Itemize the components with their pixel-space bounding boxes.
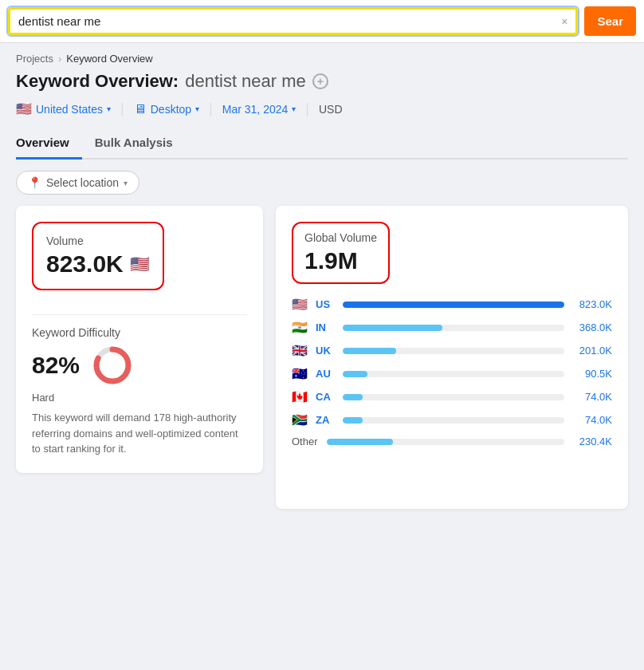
location-label: Select location (46, 176, 119, 189)
page-title-prefix: Keyword Overview: (16, 71, 179, 92)
kd-label: Keyword Difficulty (32, 326, 247, 339)
country-row: 🇺🇸 US 823.0K (292, 297, 612, 312)
country-row: 🇬🇧 UK 201.0K (292, 343, 612, 358)
country-flag: 🇬🇧 (292, 343, 309, 358)
country-volume: 201.0K (571, 345, 612, 357)
location-selector[interactable]: 📍 Select location ▾ (16, 171, 139, 195)
country-bar-track (343, 325, 564, 331)
breadcrumb: Projects › Keyword Overview (16, 43, 628, 71)
country-flag: 🇮🇳 (292, 320, 309, 335)
volume-flag: 🇺🇸 (130, 254, 150, 274)
country-code: AU (316, 368, 336, 380)
tabs-row: Overview Bulk Analysis (16, 129, 628, 160)
other-label: Other (292, 436, 320, 447)
country-bar-track (343, 394, 564, 400)
other-row: Other 230.4K (292, 436, 612, 447)
country-row: 🇿🇦 ZA 74.0K (292, 412, 612, 428)
page-title: Keyword Overview: dentist near me + (16, 71, 628, 92)
breadcrumb-current: Keyword Overview (66, 53, 152, 65)
kd-value: 82% (32, 352, 80, 379)
country-row: 🇨🇦 CA 74.0K (292, 389, 612, 404)
kd-difficulty: Hard (32, 392, 247, 404)
device-filter[interactable]: 🖥 Desktop ▾ (134, 100, 199, 118)
country-bar-fill (343, 348, 396, 354)
country-row: 🇦🇺 AU 90.5K (292, 366, 612, 381)
country-code: CA (316, 391, 336, 403)
kd-row: 82% (32, 344, 247, 387)
pin-icon: 📍 (28, 176, 41, 189)
location-chevron-icon: ▾ (124, 179, 128, 187)
country-row: 🇮🇳 IN 368.0K (292, 320, 612, 335)
country-volume: 90.5K (571, 368, 612, 380)
country-bar-track (343, 348, 564, 354)
breadcrumb-root[interactable]: Projects (16, 53, 53, 65)
country-chevron-icon: ▾ (107, 104, 111, 113)
tab-bulk-analysis[interactable]: Bulk Analysis (95, 129, 186, 160)
global-volume-box: Global Volume 1.9M (292, 222, 390, 284)
country-bar-fill (343, 394, 363, 400)
country-volume: 74.0K (571, 414, 612, 426)
search-button[interactable]: Sear (584, 6, 636, 36)
add-keyword-icon[interactable]: + (312, 73, 328, 89)
country-code: IN (316, 321, 336, 333)
filter-separator-3: | (305, 100, 309, 117)
filter-separator-1: | (120, 100, 124, 117)
country-code: US (316, 298, 336, 310)
volume-card: Volume 823.0K 🇺🇸 Keyword Difficulty 82% (16, 206, 263, 473)
tab-overview[interactable]: Overview (16, 129, 82, 160)
other-bar-fill (327, 439, 393, 445)
country-volume: 823.0K (571, 298, 612, 310)
country-flag: 🇦🇺 (292, 366, 309, 381)
country-volume: 368.0K (571, 321, 612, 333)
cards-row: Volume 823.0K 🇺🇸 Keyword Difficulty 82% (16, 206, 628, 509)
other-bar-track (327, 439, 564, 445)
filters-row: 🇺🇸 United States ▾ | 🖥 Desktop ▾ | Mar 3… (16, 100, 628, 118)
country-bar-fill (343, 325, 442, 331)
breadcrumb-separator: › (58, 53, 61, 65)
country-code: UK (316, 345, 336, 357)
country-flag: 🇨🇦 (292, 389, 309, 404)
kd-donut-chart (91, 344, 134, 387)
other-volume: 230.4K (571, 436, 612, 447)
filter-separator-2: | (209, 100, 213, 117)
global-volume-card: Global Volume 1.9M 🇺🇸 US 823.0K 🇮🇳 IN 36… (276, 206, 628, 509)
page-title-keyword: dentist near me (185, 71, 306, 92)
country-bar-track (343, 417, 564, 424)
date-label: Mar 31, 2024 (222, 103, 289, 116)
country-bar-track (343, 371, 564, 377)
country-bar-fill (343, 371, 367, 377)
date-chevron-icon: ▾ (292, 104, 296, 113)
card-divider (32, 314, 247, 315)
country-bar-fill (343, 302, 564, 308)
country-volume: 74.0K (571, 391, 612, 403)
search-clear-button[interactable]: × (561, 15, 567, 28)
volume-box: Volume 823.0K 🇺🇸 (32, 222, 164, 290)
country-label: United States (36, 103, 103, 116)
date-filter[interactable]: Mar 31, 2024 ▾ (222, 101, 296, 117)
device-icon: 🖥 (134, 102, 147, 116)
search-input[interactable] (18, 14, 556, 28)
country-bar-track (343, 302, 564, 308)
country-list: 🇺🇸 US 823.0K 🇮🇳 IN 368.0K 🇬🇧 UK 201.0K 🇦… (292, 297, 612, 428)
country-code: ZA (316, 414, 336, 426)
search-bar: × Sear (0, 0, 644, 43)
volume-label: Volume (46, 235, 150, 247)
country-flag: 🇺🇸 (16, 101, 32, 116)
currency-label: USD (319, 103, 343, 116)
device-label: Desktop (151, 103, 191, 116)
country-flag: 🇿🇦 (292, 412, 309, 428)
device-chevron-icon: ▾ (195, 104, 199, 113)
volume-value: 823.0K 🇺🇸 (46, 250, 150, 278)
country-bar-fill (343, 417, 363, 424)
main-content: Projects › Keyword Overview Keyword Over… (0, 43, 644, 525)
kd-description: This keyword will demand 178 high-author… (32, 410, 247, 457)
search-input-wrapper: × (8, 7, 578, 35)
global-volume-value: 1.9M (304, 247, 377, 274)
global-volume-label: Global Volume (304, 231, 377, 244)
country-flag: 🇺🇸 (292, 297, 309, 312)
country-filter[interactable]: 🇺🇸 United States ▾ (16, 100, 111, 118)
